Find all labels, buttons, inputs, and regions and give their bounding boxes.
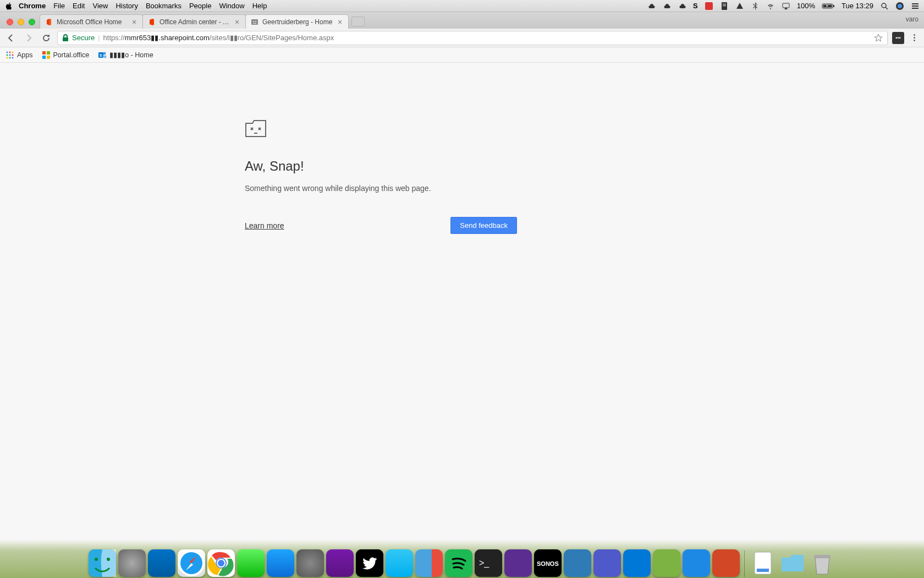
dock-camtasia[interactable]	[653, 549, 680, 577]
dock-powerpoint[interactable]	[712, 549, 740, 577]
dock-folder[interactable]	[779, 549, 806, 577]
dock-chrome[interactable]	[207, 549, 235, 577]
menu-edit[interactable]: Edit	[73, 2, 85, 10]
wifi-icon[interactable]	[766, 2, 775, 10]
dock-sonos[interactable]: SONOS	[534, 549, 562, 577]
dock-safari[interactable]	[178, 549, 205, 577]
tab-geertruiderberg[interactable]: Geertruiderberg - Home ×	[245, 14, 349, 29]
battery-icon[interactable]	[822, 2, 835, 10]
visualstudio-icon	[504, 549, 532, 577]
status-app-icon[interactable]	[705, 2, 713, 10]
airplay-icon[interactable]	[782, 2, 790, 10]
cloud-icon[interactable]	[647, 2, 656, 10]
dock-visualstudio[interactable]	[504, 549, 532, 577]
dock-appstore[interactable]	[267, 549, 294, 577]
svg-rect-53	[267, 549, 294, 577]
apps-shortcut[interactable]: Apps	[6, 51, 33, 59]
svg-rect-62	[504, 549, 532, 577]
dock-parallels[interactable]	[415, 549, 443, 577]
bookmark-sharepoint-home[interactable]: S ▮▮▮▮o - Home	[98, 51, 153, 59]
maximize-window-button[interactable]	[29, 19, 35, 25]
tab-office-home[interactable]: Microsoft Office Home ×	[40, 14, 143, 29]
powerpoint-icon	[712, 549, 740, 577]
menu-file[interactable]: File	[53, 2, 65, 10]
tab-title: Office Admin center - Active u	[160, 18, 233, 26]
apple-icon[interactable]	[4, 2, 13, 10]
svg-point-17	[255, 21, 256, 22]
svg-point-27	[12, 57, 14, 58]
status-s-icon[interactable]: S	[693, 2, 698, 10]
menu-people[interactable]: People	[189, 2, 211, 10]
learn-more-link[interactable]: Learn more	[245, 221, 284, 230]
browser-toolbar: Secure | https://mmr653▮▮.sharepoint.com…	[0, 29, 924, 47]
dock-onenote[interactable]	[326, 549, 354, 577]
menu-view[interactable]: View	[92, 2, 108, 10]
new-tab-button[interactable]	[351, 17, 365, 26]
dock-trash[interactable]	[809, 549, 836, 577]
tab-strip: Microsoft Office Home × Office Admin cen…	[0, 12, 924, 29]
clock[interactable]: Tue 13:29	[842, 2, 873, 10]
back-button[interactable]	[4, 31, 18, 45]
menu-bookmarks[interactable]: Bookmarks	[146, 2, 182, 10]
status-doc-icon[interactable]	[720, 2, 729, 10]
cloud-icon-2[interactable]	[662, 2, 671, 10]
svg-point-22	[7, 54, 8, 56]
svg-rect-57	[386, 549, 413, 577]
dock-launchpad[interactable]	[118, 549, 146, 577]
tab-close-icon[interactable]: ×	[233, 18, 241, 26]
svg-point-34	[103, 52, 106, 54]
svg-line-9	[886, 7, 888, 9]
chrome-menu-button[interactable]	[909, 34, 920, 41]
dock-app-blue[interactable]	[683, 549, 710, 577]
battery-percent[interactable]: 100%	[797, 2, 815, 10]
profile-name[interactable]: varo	[906, 15, 919, 23]
cloud-icon-3[interactable]	[678, 2, 686, 10]
notification-center-icon[interactable]	[911, 2, 920, 10]
dock-teams[interactable]	[593, 549, 621, 577]
svg-rect-45	[148, 549, 175, 577]
extension-icon[interactable]: •••	[892, 32, 904, 44]
dock-messages[interactable]	[237, 549, 265, 577]
bookmark-portal-office[interactable]: Portal.office	[42, 51, 90, 59]
dock-vscode[interactable]	[623, 549, 651, 577]
reload-button[interactable]	[40, 31, 53, 45]
tab-title: Microsoft Office Home	[57, 18, 130, 26]
dock-snagit[interactable]	[564, 549, 591, 577]
svg-rect-3	[723, 6, 726, 6]
spotlight-icon[interactable]	[880, 2, 889, 10]
dock-finder[interactable]	[89, 549, 116, 577]
svg-rect-29	[47, 51, 50, 54]
menu-window[interactable]: Window	[219, 2, 244, 10]
svg-text:>_: >_	[479, 558, 490, 568]
tab-admin-center[interactable]: Office Admin center - Active u ×	[142, 14, 246, 29]
tab-close-icon[interactable]: ×	[336, 18, 344, 26]
dock-document-stack[interactable]	[749, 549, 777, 577]
svg-rect-52	[237, 549, 265, 577]
close-window-button[interactable]	[7, 19, 13, 25]
chrome-window: Microsoft Office Home × Office Admin cen…	[0, 12, 924, 578]
svg-rect-31	[47, 56, 50, 59]
siri-icon[interactable]	[895, 2, 904, 10]
svg-point-8	[882, 3, 886, 8]
tab-close-icon[interactable]: ×	[130, 18, 138, 26]
lock-icon	[62, 34, 69, 42]
bluetooth-icon[interactable]	[751, 2, 760, 10]
address-bar[interactable]: Secure | https://mmr653▮▮.sharepoint.com…	[57, 31, 888, 45]
svg-point-16	[253, 21, 254, 22]
bookmark-star-icon[interactable]	[874, 34, 883, 42]
dock-settings[interactable]	[296, 549, 324, 577]
dock-outlook[interactable]	[148, 549, 175, 577]
minimize-window-button[interactable]	[18, 19, 24, 25]
dock-skype[interactable]	[386, 549, 413, 577]
sad-page-favicon-icon	[250, 18, 259, 26]
dock-spotify[interactable]	[445, 549, 472, 577]
microsoft-icon	[42, 51, 51, 59]
menu-history[interactable]: History	[116, 2, 138, 10]
app-name[interactable]: Chrome	[19, 2, 46, 10]
dock-terminal[interactable]: >_	[475, 549, 502, 577]
send-feedback-button[interactable]: Send feedback	[450, 217, 517, 234]
status-triangle-icon[interactable]	[735, 2, 744, 10]
dock-twitter[interactable]	[356, 549, 383, 577]
sad-folder-icon	[245, 118, 267, 138]
menu-help[interactable]: Help	[252, 2, 267, 10]
